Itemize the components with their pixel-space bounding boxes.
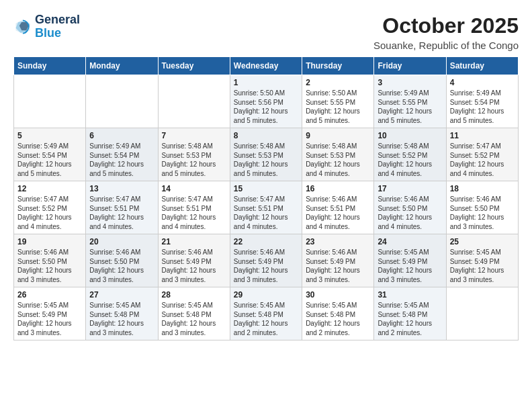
day-number: 20: [89, 237, 154, 246]
cell-5-5: 30Sunrise: 5:45 AM Sunset: 5:48 PM Dayli…: [302, 287, 374, 340]
day-number: 14: [162, 184, 226, 193]
cell-content: Sunrise: 5:45 AM Sunset: 5:49 PM Dayligh…: [378, 248, 442, 284]
cell-1-1: [14, 75, 86, 128]
day-number: 27: [89, 290, 154, 300]
week-row-5: 26Sunrise: 5:45 AM Sunset: 5:49 PM Dayli…: [14, 287, 519, 340]
day-number: 22: [234, 237, 298, 246]
cell-content: Sunrise: 5:48 AM Sunset: 5:53 PM Dayligh…: [306, 142, 370, 178]
cell-content: Sunrise: 5:49 AM Sunset: 5:54 PM Dayligh…: [89, 142, 154, 178]
logo-text: General Blue: [35, 13, 80, 40]
day-number: 25: [450, 237, 515, 246]
cell-content: Sunrise: 5:45 AM Sunset: 5:49 PM Dayligh…: [450, 248, 515, 284]
cell-1-6: 3Sunrise: 5:49 AM Sunset: 5:55 PM Daylig…: [374, 75, 446, 128]
week-row-1: 1Sunrise: 5:50 AM Sunset: 5:56 PM Daylig…: [14, 75, 519, 128]
day-number: 7: [162, 131, 226, 140]
day-number: 12: [17, 184, 82, 193]
cell-content: Sunrise: 5:46 AM Sunset: 5:50 PM Dayligh…: [17, 248, 82, 284]
day-number: 29: [234, 290, 298, 300]
col-wednesday: Wednesday: [230, 57, 302, 75]
cell-content: Sunrise: 5:46 AM Sunset: 5:49 PM Dayligh…: [306, 248, 370, 284]
day-number: 21: [162, 237, 226, 246]
cell-content: Sunrise: 5:47 AM Sunset: 5:51 PM Dayligh…: [234, 195, 298, 231]
day-number: 11: [450, 131, 515, 140]
cell-2-3: 7Sunrise: 5:48 AM Sunset: 5:53 PM Daylig…: [158, 128, 230, 181]
cell-3-5: 16Sunrise: 5:46 AM Sunset: 5:51 PM Dayli…: [302, 181, 374, 234]
day-number: 18: [450, 184, 515, 193]
day-number: 19: [17, 237, 82, 246]
day-number: 24: [378, 237, 442, 246]
day-number: 1: [234, 78, 298, 87]
cell-2-1: 5Sunrise: 5:49 AM Sunset: 5:54 PM Daylig…: [14, 128, 86, 181]
col-friday: Friday: [374, 57, 446, 75]
day-number: 4: [450, 78, 515, 87]
cell-content: Sunrise: 5:46 AM Sunset: 5:50 PM Dayligh…: [378, 195, 442, 231]
cell-content: Sunrise: 5:45 AM Sunset: 5:48 PM Dayligh…: [234, 301, 298, 337]
day-number: 6: [89, 131, 154, 140]
cell-content: Sunrise: 5:48 AM Sunset: 5:53 PM Dayligh…: [234, 142, 298, 178]
cell-content: Sunrise: 5:47 AM Sunset: 5:51 PM Dayligh…: [162, 195, 226, 231]
cell-2-2: 6Sunrise: 5:49 AM Sunset: 5:54 PM Daylig…: [86, 128, 158, 181]
day-number: 16: [306, 184, 370, 193]
cell-content: Sunrise: 5:50 AM Sunset: 5:55 PM Dayligh…: [306, 89, 370, 125]
calendar-body: 1Sunrise: 5:50 AM Sunset: 5:56 PM Daylig…: [14, 75, 519, 340]
cell-content: Sunrise: 5:47 AM Sunset: 5:52 PM Dayligh…: [17, 195, 82, 231]
cell-1-4: 1Sunrise: 5:50 AM Sunset: 5:56 PM Daylig…: [230, 75, 302, 128]
col-monday: Monday: [86, 57, 158, 75]
day-number: 3: [378, 78, 442, 87]
cell-5-1: 26Sunrise: 5:45 AM Sunset: 5:49 PM Dayli…: [14, 287, 86, 340]
cell-1-7: 4Sunrise: 5:49 AM Sunset: 5:54 PM Daylig…: [446, 75, 518, 128]
cell-content: Sunrise: 5:45 AM Sunset: 5:48 PM Dayligh…: [306, 301, 370, 337]
cell-3-2: 13Sunrise: 5:47 AM Sunset: 5:51 PM Dayli…: [86, 181, 158, 234]
cell-content: Sunrise: 5:45 AM Sunset: 5:49 PM Dayligh…: [17, 301, 82, 337]
cell-1-5: 2Sunrise: 5:50 AM Sunset: 5:55 PM Daylig…: [302, 75, 374, 128]
day-number: 31: [378, 290, 442, 300]
header-row: Sunday Monday Tuesday Wednesday Thursday…: [14, 57, 519, 75]
cell-content: Sunrise: 5:47 AM Sunset: 5:52 PM Dayligh…: [450, 142, 515, 178]
day-number: 13: [89, 184, 154, 193]
cell-content: Sunrise: 5:49 AM Sunset: 5:54 PM Dayligh…: [450, 89, 515, 125]
day-number: 23: [306, 237, 370, 246]
cell-3-4: 15Sunrise: 5:47 AM Sunset: 5:51 PM Dayli…: [230, 181, 302, 234]
cell-content: Sunrise: 5:50 AM Sunset: 5:56 PM Dayligh…: [234, 89, 298, 125]
cell-1-2: [86, 75, 158, 128]
cell-4-1: 19Sunrise: 5:46 AM Sunset: 5:50 PM Dayli…: [14, 234, 86, 287]
cell-content: Sunrise: 5:46 AM Sunset: 5:49 PM Dayligh…: [162, 248, 226, 284]
cell-content: Sunrise: 5:45 AM Sunset: 5:48 PM Dayligh…: [378, 301, 442, 337]
cell-content: Sunrise: 5:45 AM Sunset: 5:48 PM Dayligh…: [162, 301, 226, 337]
cell-content: Sunrise: 5:47 AM Sunset: 5:51 PM Dayligh…: [89, 195, 154, 231]
cell-2-5: 9Sunrise: 5:48 AM Sunset: 5:53 PM Daylig…: [302, 128, 374, 181]
header: General Blue October 2025 Souanke, Repub…: [13, 13, 519, 51]
cell-4-2: 20Sunrise: 5:46 AM Sunset: 5:50 PM Dayli…: [86, 234, 158, 287]
cell-4-3: 21Sunrise: 5:46 AM Sunset: 5:49 PM Dayli…: [158, 234, 230, 287]
calendar-header: Sunday Monday Tuesday Wednesday Thursday…: [14, 57, 519, 75]
cell-2-7: 11Sunrise: 5:47 AM Sunset: 5:52 PM Dayli…: [446, 128, 518, 181]
cell-4-4: 22Sunrise: 5:46 AM Sunset: 5:49 PM Dayli…: [230, 234, 302, 287]
cell-content: Sunrise: 5:46 AM Sunset: 5:50 PM Dayligh…: [89, 248, 154, 284]
logo-line1: General: [35, 13, 80, 27]
cell-3-6: 17Sunrise: 5:46 AM Sunset: 5:50 PM Dayli…: [374, 181, 446, 234]
cell-3-7: 18Sunrise: 5:46 AM Sunset: 5:50 PM Dayli…: [446, 181, 518, 234]
logo: General Blue: [13, 13, 80, 40]
cell-content: Sunrise: 5:46 AM Sunset: 5:49 PM Dayligh…: [234, 248, 298, 284]
day-number: 15: [234, 184, 298, 193]
cell-content: Sunrise: 5:46 AM Sunset: 5:51 PM Dayligh…: [306, 195, 370, 231]
cell-content: Sunrise: 5:45 AM Sunset: 5:48 PM Dayligh…: [89, 301, 154, 337]
calendar-page: General Blue October 2025 Souanke, Repub…: [0, 0, 532, 354]
subtitle: Souanke, Republic of the Congo: [373, 40, 519, 51]
cell-5-4: 29Sunrise: 5:45 AM Sunset: 5:48 PM Dayli…: [230, 287, 302, 340]
cell-4-7: 25Sunrise: 5:45 AM Sunset: 5:49 PM Dayli…: [446, 234, 518, 287]
title-block: October 2025 Souanke, Republic of the Co…: [373, 13, 519, 51]
week-row-3: 12Sunrise: 5:47 AM Sunset: 5:52 PM Dayli…: [14, 181, 519, 234]
day-number: 26: [17, 290, 82, 300]
day-number: 30: [306, 290, 370, 300]
cell-content: Sunrise: 5:49 AM Sunset: 5:54 PM Dayligh…: [17, 142, 82, 178]
cell-2-6: 10Sunrise: 5:48 AM Sunset: 5:52 PM Dayli…: [374, 128, 446, 181]
col-tuesday: Tuesday: [158, 57, 230, 75]
col-sunday: Sunday: [14, 57, 86, 75]
main-title: October 2025: [373, 13, 519, 38]
day-number: 2: [306, 78, 370, 87]
logo-line2: Blue: [35, 27, 80, 40]
col-saturday: Saturday: [446, 57, 518, 75]
day-number: 28: [162, 290, 226, 300]
day-number: 9: [306, 131, 370, 140]
